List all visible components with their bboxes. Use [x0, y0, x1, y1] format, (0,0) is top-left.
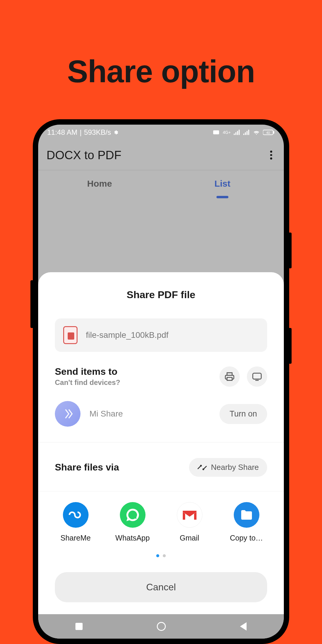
whatsapp-icon — [120, 502, 145, 528]
svg-rect-4 — [237, 131, 238, 135]
share-app-label: Gmail — [180, 534, 199, 542]
mishare-row: Mi Share Turn on — [38, 401, 284, 442]
share-app-gmail[interactable]: Gmail — [161, 502, 218, 542]
gear-icon — [113, 130, 119, 135]
status-bar: 11:48 AM | 593KB/s 4G+ 40 — [38, 125, 284, 140]
phone-side-button — [289, 328, 292, 364]
shared-file-name: file-sample_100kB.pdf — [86, 330, 168, 340]
nearby-share-button[interactable]: Nearby Share — [189, 458, 267, 477]
battery-icon: 40 — [263, 129, 275, 135]
signal-icon — [234, 130, 240, 135]
cast-button[interactable] — [247, 366, 267, 387]
page-headline: Share option — [0, 54, 322, 89]
send-items-help[interactable]: Can't find devices? — [55, 378, 212, 387]
status-netspeed: 593KB/s — [84, 128, 111, 137]
share-app-label: WhatsApp — [115, 534, 150, 542]
share-app-copyto[interactable]: Copy to… — [218, 502, 275, 542]
svg-rect-6 — [243, 134, 244, 135]
phone-frame: 11:48 AM | 593KB/s 4G+ 40 DOCX to PDF Ho… — [33, 119, 289, 644]
nav-back-button[interactable] — [240, 622, 247, 631]
svg-rect-1 — [213, 130, 219, 134]
share-app-grid: ShareMe WhatsApp Gmail — [38, 502, 284, 542]
svg-point-15 — [200, 465, 202, 467]
tab-bar: Home List — [38, 170, 284, 197]
system-nav-bar — [38, 614, 284, 639]
tab-list[interactable]: List — [161, 170, 284, 197]
svg-rect-2 — [234, 134, 235, 135]
printer-icon — [225, 371, 235, 382]
svg-text:40: 40 — [266, 131, 270, 134]
nav-recents-button[interactable] — [75, 623, 83, 630]
share-app-shareme[interactable]: ShareMe — [47, 502, 104, 542]
screen-icon — [252, 372, 262, 381]
signal-icon-2 — [243, 130, 250, 135]
mishare-icon — [55, 401, 80, 427]
phone-power-button — [289, 233, 292, 268]
svg-rect-8 — [247, 131, 247, 135]
share-app-whatsapp[interactable]: WhatsApp — [104, 502, 161, 542]
tab-home[interactable]: Home — [38, 170, 161, 197]
wifi-icon — [253, 129, 260, 136]
volte-icon — [213, 130, 220, 135]
pdf-file-icon — [63, 326, 78, 344]
app-bar: DOCX to PDF — [38, 140, 284, 170]
share-via-row: Share files via Nearby Share — [38, 458, 284, 491]
share-sheet: Share PDF file file-sample_100kB.pdf Sen… — [38, 272, 284, 614]
gmail-icon — [177, 502, 202, 528]
page-dot — [163, 554, 166, 557]
svg-rect-5 — [239, 130, 239, 135]
svg-rect-3 — [236, 132, 236, 135]
folder-icon — [234, 502, 259, 528]
svg-rect-11 — [273, 131, 274, 134]
send-items-title: Send items to — [55, 366, 212, 377]
page-dot-active — [156, 554, 159, 557]
status-sep: | — [80, 128, 81, 137]
send-items-row: Send items to Can't find devices? — [38, 366, 284, 387]
sheet-title: Share PDF file — [38, 289, 284, 301]
phone-volume-button — [30, 280, 33, 328]
svg-rect-7 — [245, 132, 246, 135]
share-app-label: ShareMe — [61, 534, 91, 542]
svg-rect-9 — [248, 130, 249, 135]
network-type: 4G+ — [223, 130, 231, 135]
nav-home-button[interactable] — [157, 622, 166, 631]
phone-screen: 11:48 AM | 593KB/s 4G+ 40 DOCX to PDF Ho… — [38, 125, 284, 639]
cancel-button[interactable]: Cancel — [55, 572, 267, 602]
page-dots — [38, 554, 284, 557]
shareme-icon — [63, 502, 89, 528]
overflow-menu-button[interactable] — [267, 151, 275, 160]
nearby-share-icon — [197, 464, 207, 471]
app-title: DOCX to PDF — [47, 148, 121, 162]
status-time: 11:48 AM — [47, 128, 77, 137]
svg-rect-13 — [253, 373, 261, 379]
mishare-turn-on-button[interactable]: Turn on — [219, 404, 267, 424]
shared-file-chip[interactable]: file-sample_100kB.pdf — [55, 318, 267, 352]
nearby-share-label: Nearby Share — [211, 463, 259, 472]
mishare-label: Mi Share — [89, 409, 219, 419]
share-via-title: Share files via — [55, 462, 189, 473]
share-app-label: Copy to… — [230, 534, 263, 542]
svg-point-16 — [202, 468, 204, 470]
print-button[interactable] — [219, 366, 240, 387]
